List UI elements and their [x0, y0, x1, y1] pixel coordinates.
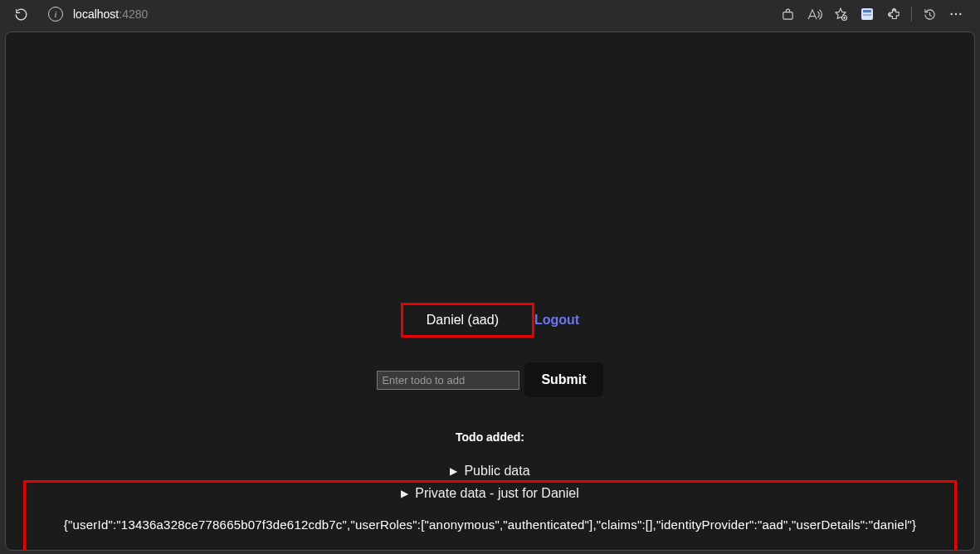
page-viewport: Daniel (aad) Logout Submit Todo added: ▶… [5, 32, 975, 551]
read-aloud-icon[interactable] [802, 2, 826, 26]
private-data-toggle[interactable]: ▶ Private data - just for Daniel [401, 486, 578, 501]
private-data-highlight: ▶ Private data - just for Daniel {"userI… [23, 480, 957, 551]
url-port: :4280 [119, 7, 148, 21]
logout-link[interactable]: Logout [534, 313, 579, 328]
more-icon[interactable] [943, 2, 968, 26]
toolbar-right-icons [775, 2, 972, 26]
app-content: Daniel (aad) Logout Submit Todo added: ▶… [6, 303, 974, 551]
svg-rect-4 [863, 14, 871, 16]
info-icon: i [48, 7, 63, 22]
triangle-right-icon: ▶ [401, 488, 408, 499]
svg-point-8 [955, 13, 958, 16]
extension-page-icon[interactable] [855, 2, 880, 26]
user-display: Daniel (aad) [427, 313, 499, 327]
todo-input[interactable] [377, 371, 519, 390]
private-data-label: Private data - just for Daniel [415, 486, 578, 501]
svg-point-7 [950, 13, 953, 16]
favorites-icon[interactable] [828, 2, 853, 26]
address-bar[interactable]: i localhost:4280 [43, 2, 770, 26]
client-principal-json: {"userId":"13436a328ce778665b07f3de612cd… [64, 518, 916, 532]
history-icon[interactable] [917, 2, 942, 26]
user-row: Daniel (aad) Logout [401, 303, 579, 338]
public-data-label: Public data [464, 464, 529, 479]
svg-point-9 [959, 13, 962, 16]
triangle-right-icon: ▶ [450, 465, 457, 477]
url-host: localhost [73, 7, 119, 21]
todo-added-label: Todo added: [456, 430, 524, 444]
extensions-icon[interactable] [881, 2, 906, 26]
reload-button[interactable] [8, 2, 33, 26]
user-display-highlight: Daniel (aad) [401, 303, 534, 338]
svg-rect-0 [783, 12, 792, 19]
public-data-toggle[interactable]: ▶ Public data [450, 464, 529, 479]
shopping-icon[interactable] [775, 2, 800, 26]
svg-rect-3 [863, 10, 871, 12]
browser-toolbar: i localhost:4280 [0, 0, 980, 28]
submit-button[interactable]: Submit [524, 362, 602, 397]
todo-form: Submit [377, 362, 602, 397]
